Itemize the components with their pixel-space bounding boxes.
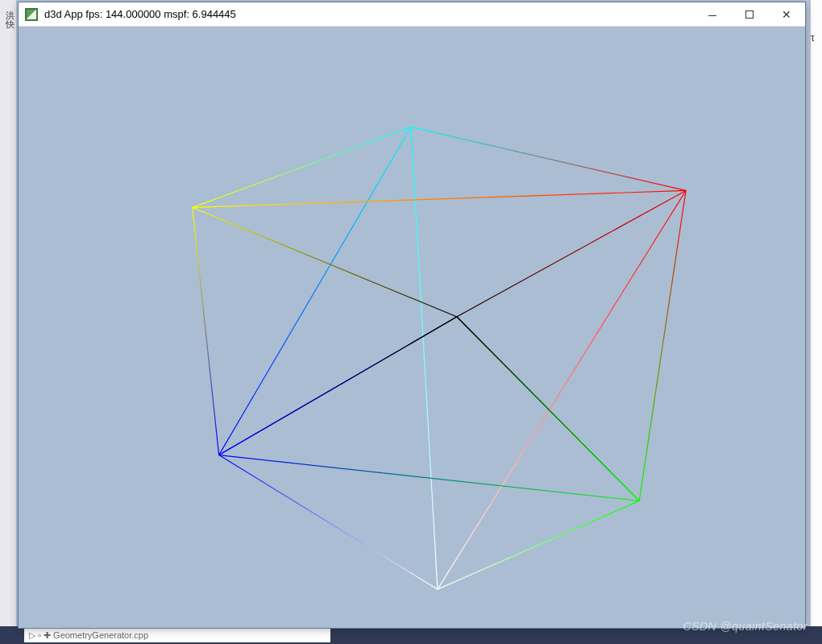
tree-item-text: ▷ ▫ ✚ GeometryGenerator.cpp [24,628,330,642]
ide-left-strip: 洪 快 [0,0,16,644]
titlebar[interactable]: d3d App fps: 144.000000 mspf: 6.944445 ✕ [19,2,805,27]
cube-edge [193,190,686,207]
cube-edge [457,317,639,501]
cube-edge [411,127,686,191]
ide-bottom-bar: ▷ ▫ ✚ GeometryGenerator.cpp [0,626,822,644]
cube-edge [639,190,686,501]
ide-right-strip: τ [811,0,822,644]
cube-edge [193,207,219,455]
minimize-icon [708,15,716,16]
cube-edge [219,127,411,455]
render-viewport[interactable] [19,27,805,628]
cube-edge [457,190,686,317]
window-controls: ✕ [694,2,805,26]
right-frag-0: τ [811,32,822,44]
cube-edge [438,501,639,589]
maximize-icon [745,10,754,19]
close-button[interactable]: ✕ [768,2,805,26]
cube-edge [411,127,438,589]
d3d-app-window: d3d App fps: 144.000000 mspf: 6.944445 ✕ [18,2,806,629]
wireframe-cube [19,27,805,628]
close-icon: ✕ [782,9,791,20]
cube-edge [193,127,411,208]
app-icon [25,8,38,21]
cube-edge [219,317,457,455]
maximize-button[interactable] [731,2,768,26]
minimize-button[interactable] [694,2,731,26]
window-title: d3d App fps: 144.000000 mspf: 6.944445 [44,8,236,20]
cube-edge [193,207,457,317]
cube-edge [438,190,686,589]
